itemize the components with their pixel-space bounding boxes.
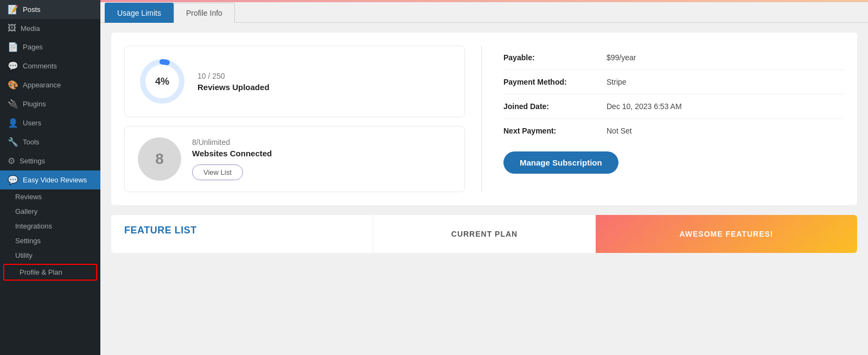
sidebar-item-pages[interactable]: 📄 Pages	[0, 37, 100, 56]
payment-method-label: Payment Method:	[503, 78, 596, 86]
main-card: 4% 10 / 250 Reviews Uploaded 8 8/Unlimit…	[111, 33, 857, 205]
tab-usage-limits[interactable]: Usage Limits	[105, 3, 174, 23]
sidebar-item-label: Plugins	[23, 100, 46, 108]
usage-count: 10 / 250	[197, 72, 270, 80]
sidebar-item-posts[interactable]: 📝 Posts	[0, 0, 100, 19]
comments-icon: 💬	[8, 61, 18, 71]
sidebar-item-users[interactable]: 👤 Users	[0, 113, 100, 132]
sidebar-item-label: Tools	[23, 138, 39, 146]
usage-label: Reviews Uploaded	[197, 83, 270, 92]
current-plan-col: CURRENT PLAN	[373, 215, 596, 253]
joined-date-value: Dec 10, 2023 6:53 AM	[607, 102, 682, 111]
plugin-icon: 💬	[8, 175, 18, 185]
joined-date-label: Joined Date:	[503, 102, 596, 111]
left-section: 4% 10 / 250 Reviews Uploaded 8 8/Unlimit…	[124, 46, 482, 192]
awesome-features-col[interactable]: AWESOME FEATURES!	[596, 215, 857, 253]
next-payment-value: Not Set	[607, 126, 632, 135]
sidebar-item-settings[interactable]: ⚙ Settings	[0, 151, 100, 170]
payable-value: $99/year	[607, 53, 636, 62]
pages-icon: 📄	[8, 42, 18, 52]
sidebar-item-gallery[interactable]: Gallery	[0, 204, 100, 219]
awesome-features-text: AWESOME FEATURES!	[679, 230, 773, 238]
tabs-area: Usage Limits Profile Info	[100, 2, 868, 23]
appearance-icon: 🎨	[8, 80, 18, 90]
right-section: Payable: $99/year Payment Method: Stripe…	[482, 46, 844, 192]
feature-list-col: FEATURE LIST	[111, 215, 373, 253]
sidebar-item-easy-video-reviews[interactable]: 💬 Easy Video Reviews	[0, 170, 100, 189]
current-plan-text: CURRENT PLAN	[451, 230, 518, 238]
payment-method-row: Payment Method: Stripe	[503, 70, 844, 94]
manage-subscription-button[interactable]: Manage Subscription	[503, 151, 618, 174]
sidebar-item-appearance[interactable]: 🎨 Appearance	[0, 75, 100, 94]
donut-percent: 4%	[155, 76, 169, 87]
sidebar-item-media[interactable]: 🖼 Media	[0, 19, 100, 37]
sidebar: 📝 Posts 🖼 Media 📄 Pages 💬 Comments 🎨 App…	[0, 0, 100, 355]
sidebar-item-label: Media	[21, 24, 40, 33]
websites-circle: 8	[138, 137, 181, 181]
joined-date-row: Joined Date: Dec 10, 2023 6:53 AM	[503, 94, 844, 119]
donut-chart: 4%	[138, 57, 187, 106]
websites-label: Websites Connected	[192, 149, 272, 158]
tab-profile-info[interactable]: Profile Info	[174, 3, 235, 23]
main-content: Usage Limits Profile Info	[100, 0, 868, 355]
next-payment-row: Next Payment: Not Set	[503, 119, 844, 143]
posts-icon: 📝	[8, 4, 18, 15]
tools-icon: 🔧	[8, 137, 18, 147]
plugin-label: Easy Video Reviews	[23, 176, 87, 184]
settings-icon: ⚙	[8, 156, 15, 166]
sidebar-item-integrations[interactable]: Integrations	[0, 219, 100, 233]
bottom-section: FEATURE LIST CURRENT PLAN AWESOME FEATUR…	[111, 215, 857, 253]
sidebar-item-comments[interactable]: 💬 Comments	[0, 56, 100, 75]
content-area: 4% 10 / 250 Reviews Uploaded 8 8/Unlimit…	[100, 23, 868, 355]
websites-card: 8 8/Unlimited Websites Connected View Li…	[124, 126, 465, 192]
websites-count: 8/Unlimited	[192, 138, 272, 147]
payable-row: Payable: $99/year	[503, 46, 844, 70]
plugins-icon: 🔌	[8, 99, 18, 109]
sidebar-item-tools[interactable]: 🔧 Tools	[0, 132, 100, 151]
websites-info: 8/Unlimited Websites Connected View List	[192, 138, 272, 180]
users-icon: 👤	[8, 118, 18, 128]
sidebar-item-label: Settings	[20, 157, 45, 165]
media-icon: 🖼	[8, 23, 16, 33]
sidebar-item-label: Pages	[23, 43, 43, 51]
feature-list-title: FEATURE LIST	[124, 225, 360, 236]
sidebar-item-reviews[interactable]: Reviews	[0, 189, 100, 204]
view-list-button[interactable]: View List	[192, 164, 243, 180]
sidebar-item-label: Appearance	[23, 81, 61, 89]
sidebar-item-utility[interactable]: Utility	[0, 248, 100, 263]
sidebar-item-label: Users	[23, 119, 41, 127]
sidebar-item-label: Comments	[23, 62, 57, 70]
sidebar-item-plugins[interactable]: 🔌 Plugins	[0, 94, 100, 113]
payable-label: Payable:	[503, 53, 596, 62]
sidebar-item-label: Posts	[23, 5, 41, 14]
usage-info: 10 / 250 Reviews Uploaded	[197, 72, 270, 92]
sidebar-item-profile-plan[interactable]: Profile & Plan	[3, 264, 97, 281]
payment-method-value: Stripe	[607, 78, 627, 86]
sidebar-item-settings-sub[interactable]: Settings	[0, 233, 100, 248]
next-payment-label: Next Payment:	[503, 126, 596, 135]
reviews-usage-card: 4% 10 / 250 Reviews Uploaded	[124, 46, 465, 117]
sidebar-sub-menu: Reviews Gallery Integrations Settings Ut…	[0, 189, 100, 282]
